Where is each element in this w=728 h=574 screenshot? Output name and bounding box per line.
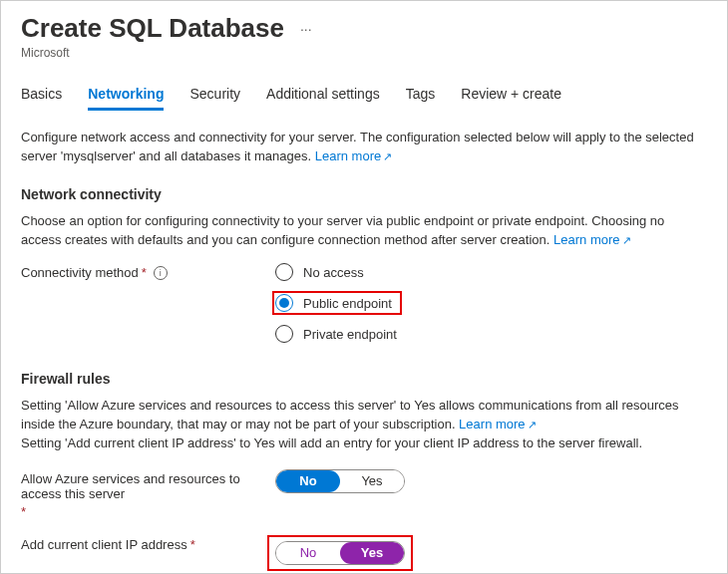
intro-text: Configure network access and connectivit… (21, 129, 707, 166)
page-subtitle: Microsoft (21, 46, 707, 60)
radio-label-public: Public endpoint (303, 296, 392, 311)
radio-icon (275, 294, 293, 312)
toggle-yes[interactable]: Yes (340, 542, 404, 564)
info-icon[interactable]: i (154, 266, 168, 280)
external-link-icon: ↗ (528, 419, 537, 430)
learn-more-label: Learn more (553, 232, 619, 247)
allow-azure-label: Allow Azure services and resources to ac… (21, 469, 275, 519)
tab-tags[interactable]: Tags (406, 86, 436, 111)
toggle-no[interactable]: No (276, 470, 340, 492)
radio-icon (275, 325, 293, 343)
required-asterisk: * (190, 537, 195, 552)
radio-public-endpoint[interactable]: Public endpoint (275, 294, 392, 312)
add-client-ip-label: Add current client IP address * (21, 535, 275, 552)
firewall-desc1-body: Setting 'Allow Azure services and resour… (21, 398, 679, 431)
tab-strip: Basics Networking Security Additional se… (21, 86, 707, 111)
more-icon[interactable]: ··· (300, 21, 312, 37)
tab-basics[interactable]: Basics (21, 86, 62, 111)
radio-icon (275, 263, 293, 281)
connectivity-radio-group: No access Public endpoint Private endpoi… (275, 263, 402, 343)
external-link-icon: ↗ (622, 234, 631, 246)
connectivity-method-text: Connectivity method (21, 265, 139, 280)
radio-label-no-access: No access (303, 265, 364, 280)
tab-additional-settings[interactable]: Additional settings (266, 86, 380, 111)
radio-no-access[interactable]: No access (275, 263, 402, 281)
toggle-yes[interactable]: Yes (340, 470, 404, 492)
firewall-learn-more-link[interactable]: Learn more↗ (459, 417, 536, 431)
tab-review-create[interactable]: Review + create (461, 86, 561, 111)
allow-azure-toggle[interactable]: No Yes (275, 469, 405, 493)
firewall-desc-2: Setting 'Add current client IP address' … (21, 434, 707, 453)
required-asterisk: * (142, 265, 147, 280)
allow-azure-text: Allow Azure services and resources to ac… (21, 471, 275, 501)
network-connectivity-heading: Network connectivity (21, 186, 707, 202)
tab-security[interactable]: Security (189, 86, 240, 111)
required-asterisk: * (21, 504, 26, 519)
highlight-add-client-ip: No Yes (267, 535, 413, 571)
radio-label-private: Private endpoint (303, 327, 397, 342)
add-client-ip-toggle[interactable]: No Yes (275, 541, 405, 565)
toggle-no[interactable]: No (276, 542, 340, 564)
firewall-desc-1: Setting 'Allow Azure services and resour… (21, 397, 707, 434)
learn-more-label: Learn more (459, 417, 525, 431)
tab-networking[interactable]: Networking (88, 86, 164, 111)
connectivity-desc: Choose an option for configuring connect… (21, 212, 707, 250)
learn-more-label: Learn more (315, 148, 381, 163)
connectivity-learn-more-link[interactable]: Learn more↗ (553, 232, 630, 247)
radio-private-endpoint[interactable]: Private endpoint (275, 325, 402, 343)
external-link-icon: ↗ (383, 150, 392, 162)
intro-learn-more-link[interactable]: Learn more↗ (315, 148, 392, 163)
highlight-public-endpoint: Public endpoint (272, 291, 402, 315)
firewall-rules-heading: Firewall rules (21, 371, 707, 387)
page-title: Create SQL Database (21, 13, 284, 44)
connectivity-method-label: Connectivity method * i (21, 263, 275, 280)
add-client-ip-text: Add current client IP address (21, 537, 187, 552)
